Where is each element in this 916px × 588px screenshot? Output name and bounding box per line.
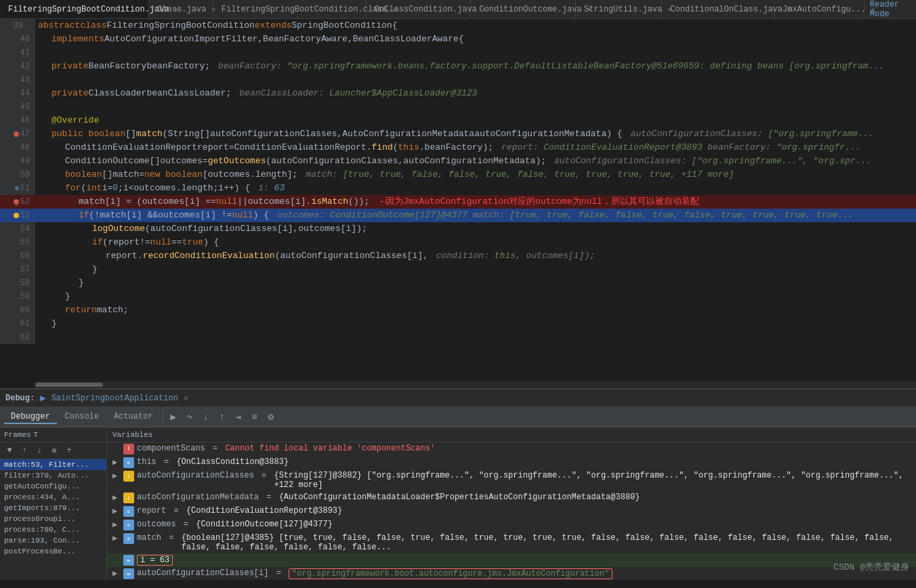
var-value-0: Cannot find local variable 'componentSca…: [225, 444, 435, 453]
step-out-btn[interactable]: ↑: [215, 410, 230, 425]
code-line-60: 60 return match;: [0, 303, 916, 317]
code-51: for (int i = 0; i < outcomes.length; i++…: [35, 182, 916, 195]
tab-label-3: OnClassCondition.java: [375, 5, 477, 14]
tab-5[interactable]: StringUtils.java ✕: [576, 0, 662, 18]
line-num-40: 40: [0, 33, 35, 46]
var-value-3: {AutoConfigurationMetadataLoader$Propert…: [279, 492, 640, 502]
code-line-59: 59 }: [0, 290, 916, 303]
tab-bar: FilteringSpringBootCondition.java ✕ Clas…: [0, 0, 916, 19]
var-expand-3[interactable]: ▶: [112, 492, 121, 503]
var-item-autocm: ▶ ! autoConfigurationMetadata = {AutoCon…: [107, 491, 916, 505]
var-eq-1: =: [159, 457, 174, 467]
threads-label: T: [34, 431, 39, 439]
var-eq-6: =: [164, 533, 179, 543]
step-over-btn[interactable]: ↷: [182, 410, 197, 425]
frame-item-8[interactable]: postProcessBe...: [0, 546, 106, 557]
line-num-53: 53: [0, 209, 35, 222]
run-to-cursor-btn[interactable]: ⇥: [231, 410, 246, 425]
frame-item-5[interactable]: processGroupi...: [0, 513, 106, 524]
settings-btn[interactable]: ⚙: [264, 410, 278, 425]
code-line-41: 41: [0, 46, 916, 60]
code-line-48: 48 ConditionEvaluationReport report = Co…: [0, 141, 916, 154]
var-value-6: {boolean[127]@4385} [true, true, false, …: [182, 533, 911, 552]
evaluate-btn[interactable]: ≡: [247, 410, 262, 425]
debug-panel: Debug: ▶ SaintSpringbootApplication ✕ De…: [0, 388, 916, 580]
debug-tab-debugger[interactable]: Debugger: [4, 411, 57, 424]
debug-tab-console[interactable]: Console: [58, 411, 106, 424]
code-line-45: 45: [0, 100, 916, 114]
tab-2[interactable]: FilteringSpringBootCondition.class ✕: [213, 0, 367, 18]
code-line-61: 61 }: [0, 317, 916, 331]
debug-app-name[interactable]: SaintSpringbootApplication: [51, 394, 178, 403]
line-num-48: 48: [0, 141, 35, 154]
code-52: match[i] = (outcomes[i] == null || outco…: [35, 195, 916, 209]
var-expand-5[interactable]: ▶: [112, 520, 121, 530]
var-expand-8[interactable]: ▶: [112, 568, 121, 579]
code-44: private ClassLoader beanClassLoader; bea…: [35, 87, 916, 100]
code-59: }: [35, 290, 916, 303]
frame-item-3[interactable]: process:434, A...: [0, 492, 106, 503]
code-57: }: [35, 263, 916, 276]
tab-3[interactable]: OnClassCondition.java ✕: [367, 0, 472, 18]
code-line-47: 47 public boolean[] match(String[] autoC…: [0, 127, 916, 141]
line-num-59: 59: [0, 290, 35, 303]
debug-title-bar: Debug: ▶ SaintSpringbootApplication ✕: [0, 390, 916, 407]
frame-copy-btn[interactable]: ⊕: [47, 444, 61, 457]
code-line-52: ⚡ 52 match[i] = (outcomes[i] == null || …: [0, 195, 916, 209]
frame-item-1[interactable]: filter:370, Auto...: [0, 470, 106, 481]
code-line-53: 53 if (!match[i] && outcomes[i] != null)…: [0, 209, 916, 222]
frame-up-btn[interactable]: ↑: [18, 444, 31, 457]
code-41: [35, 46, 916, 60]
frames-header: Frames T: [0, 427, 106, 442]
tab-6[interactable]: ConditionalOnClass.java ✕: [662, 0, 774, 18]
frame-item-0[interactable]: match:53, Filter...: [0, 459, 106, 470]
line-num-55: 55: [0, 236, 35, 249]
code-line-51: 51 for (int i = 0; i < outcomes.length; …: [0, 182, 916, 195]
h-scrollbar[interactable]: [35, 381, 916, 388]
debug-close-btn[interactable]: ✕: [184, 394, 188, 402]
step-into-btn[interactable]: ↓: [199, 410, 213, 425]
code-line-54: 54 logOutcome(autoConfigurationClasses[i…: [0, 222, 916, 236]
frame-add-btn[interactable]: +: [62, 444, 76, 457]
code-39: abstract class FilteringSpringBootCondit…: [35, 19, 916, 33]
line-num-62: 62: [0, 331, 35, 344]
code-line-49: 49 ConditionOutcome[] outcomes = getOutc…: [0, 154, 916, 168]
code-55: if (report != null == true) {: [35, 236, 916, 249]
tab-1[interactable]: Class.java ✕: [149, 0, 213, 18]
frames-panel: Frames T ▼ ↑ ↓ ⊕ + match:53, Filter... f…: [0, 427, 107, 580]
tab-label-6: ConditionalOnClass.java: [670, 5, 783, 14]
resume-btn[interactable]: ▶: [166, 410, 181, 425]
var-item-outcomes: ▶ ≡ outcomes = {ConditionOutcome[127]@43…: [107, 518, 916, 532]
code-46: @Override: [35, 114, 916, 127]
line-num-54: 54: [0, 222, 35, 236]
debug-label: Debug:: [5, 394, 35, 403]
frames-list: match:53, Filter... filter:370, Auto... …: [0, 459, 106, 580]
var-expand-1[interactable]: ▶: [112, 457, 121, 467]
code-line-42: 42 private BeanFactory beanFactory; bean…: [0, 60, 916, 73]
h-scrollbar-thumb[interactable]: [35, 383, 103, 387]
var-name-6: match: [137, 533, 161, 543]
separator-1: [163, 411, 163, 423]
code-50: boolean[] match = new boolean[outcomes.l…: [35, 168, 916, 182]
var-expand-2[interactable]: ▶: [112, 471, 121, 481]
var-icon-info-2: !: [123, 471, 134, 482]
frame-item-2[interactable]: getAutoConfigu...: [0, 481, 106, 492]
frame-down-btn[interactable]: ↓: [33, 444, 46, 457]
frame-item-7[interactable]: parse:193, Con...: [0, 535, 106, 546]
debug-toolbar: Debugger Console Actuator ▶ ↷ ↓ ↑ ⇥ ≡ ⚙: [0, 407, 916, 427]
tab-7[interactable]: JmxAutoConfigu... ✕: [774, 0, 865, 18]
var-expand-6[interactable]: ▶: [112, 533, 121, 543]
code-line-62: 62: [0, 331, 916, 344]
line-num-49: 49: [0, 154, 35, 168]
tab-0[interactable]: FilteringSpringBootCondition.java ✕: [0, 0, 149, 18]
frame-item-6[interactable]: process:780, C...: [0, 524, 106, 535]
debug-tab-actuator[interactable]: Actuator: [107, 411, 160, 424]
var-name-5: outcomes: [137, 520, 176, 529]
frame-filter-btn[interactable]: ▼: [3, 444, 16, 457]
editor-area: 39 abstract class FilteringSpringBootCon…: [0, 19, 916, 388]
var-name-8: autoConfigurationClasses[i]: [137, 568, 268, 578]
line-num-51: 51: [0, 182, 35, 195]
var-expand-4[interactable]: ▶: [112, 506, 121, 516]
frame-item-4[interactable]: getImports:879...: [0, 503, 106, 513]
tab-4[interactable]: ConditionOutcome.java ✕: [471, 0, 576, 18]
